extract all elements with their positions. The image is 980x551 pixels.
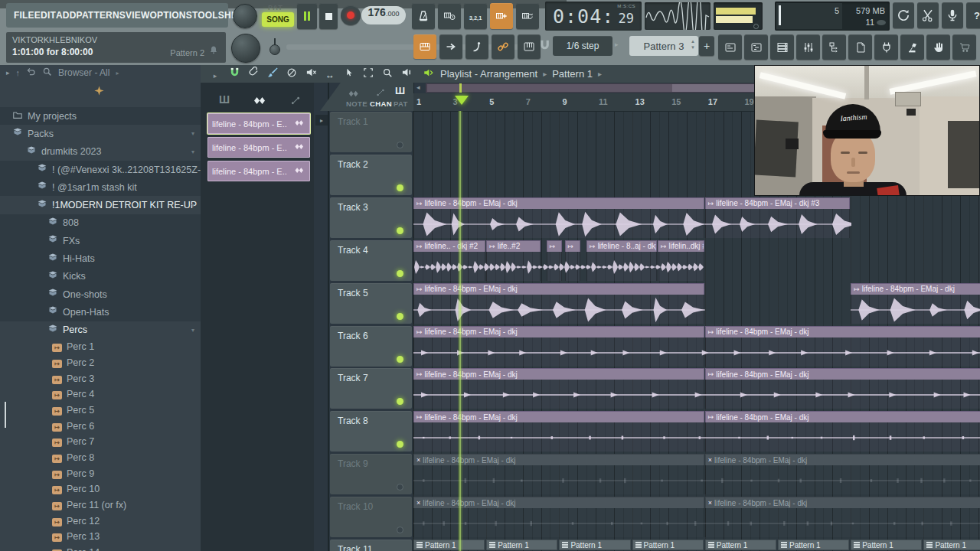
master-pitch-knob[interactable]: [231, 34, 260, 63]
snap-dropdown-arrow[interactable]: ▸: [615, 41, 619, 48]
menu-options[interactable]: OPTIONS: [150, 10, 192, 21]
playlist-speaker-icon[interactable]: [423, 67, 434, 81]
picker-tab-patterns-icon[interactable]: Ш: [219, 93, 230, 106]
loop-record-button[interactable]: [516, 3, 539, 29]
browser-item-perc-14[interactable]: ↦Perc 14: [0, 545, 201, 551]
audio-clip-body[interactable]: [413, 380, 704, 409]
zoom-tool[interactable]: [381, 68, 394, 80]
browser-item-1modern-detroit-kit-re-up[interactable]: !1MODERN DETROIT KIT RE-UP▾: [0, 196, 201, 214]
audio-clip[interactable]: ×lifeline - 84bpm - EMaj - dkj: [705, 454, 980, 465]
track-header[interactable]: Track 10: [330, 497, 412, 537]
browser-item-perc-2[interactable]: ↦Perc 2: [0, 355, 201, 371]
audio-clip[interactable]: ↦lifelin..dkj #2: [658, 240, 704, 252]
audio-clip-body[interactable]: [658, 252, 704, 281]
magnet-tool[interactable]: [227, 68, 241, 80]
track-mute-led[interactable]: [397, 142, 403, 148]
piano-roll-button[interactable]: [744, 34, 768, 60]
audio-clip-body[interactable]: [851, 295, 980, 324]
audio-clip-body[interactable]: [413, 465, 704, 494]
pattern-clip[interactable]: Pattern 1: [705, 540, 776, 550]
browser-item-perc-13[interactable]: ↦Perc 13: [0, 529, 201, 545]
playback-position-slider[interactable]: [270, 38, 280, 55]
paint-tool[interactable]: [266, 68, 279, 80]
expand-arrow-icon[interactable]: ▾: [191, 327, 194, 334]
expand-arrow-icon[interactable]: ▾: [191, 148, 194, 155]
pattern-selector[interactable]: Pattern 3 ▲▼: [629, 36, 698, 56]
pattern-clip[interactable]: Pattern 1: [778, 540, 849, 550]
plugin-button[interactable]: [874, 34, 898, 60]
audio-clip-body[interactable]: [705, 380, 980, 409]
audio-clip-body[interactable]: [413, 295, 704, 324]
browser-star-icon[interactable]: [93, 85, 105, 99]
browser-item-perc-7[interactable]: ↦Perc 7: [0, 434, 201, 450]
browser-item-one-shots[interactable]: One-shots: [0, 285, 201, 303]
main-volume-knob[interactable]: [233, 4, 257, 28]
track-mute-led[interactable]: [397, 441, 403, 448]
menu-file[interactable]: FILE: [14, 10, 34, 21]
browser-item-my-projects[interactable]: My projects: [0, 107, 201, 125]
expand-arrow-icon[interactable]: ▾: [191, 130, 194, 137]
help-button[interactable]: ?: [966, 2, 980, 28]
oscilloscope-panel[interactable]: [645, 2, 710, 30]
audio-clip[interactable]: ↦lifeline - 84bpm - EMaj - dkj: [705, 326, 980, 337]
track-header[interactable]: Track 3: [330, 197, 412, 238]
track-header[interactable]: Track 6: [330, 326, 412, 367]
track-mute-led[interactable]: [397, 356, 403, 363]
time-display-panel[interactable]: 0:04: 29 M:S:CS: [545, 2, 642, 31]
sync-button[interactable]: [893, 2, 914, 28]
audio-clip-body[interactable]: [486, 252, 540, 281]
track-mute-led[interactable]: [397, 484, 403, 491]
track-mute-led[interactable]: [397, 398, 403, 405]
track-mute-led[interactable]: [397, 227, 403, 234]
track-header[interactable]: Track 4: [330, 240, 412, 281]
mixer-button[interactable]: [796, 34, 820, 60]
arrow-button[interactable]: [439, 34, 462, 59]
slide-curve-button[interactable]: [466, 34, 488, 59]
cut-button[interactable]: [917, 2, 939, 28]
browser-scrollbar[interactable]: [5, 402, 6, 428]
tempo-display[interactable]: 176.000: [361, 6, 406, 24]
picker-clip[interactable]: lifeline - 84bpm - E..: [207, 161, 310, 181]
corner-tab-note[interactable]: NOTE: [346, 99, 368, 108]
collapse-tool[interactable]: ▸: [208, 68, 222, 80]
browser-item-packs[interactable]: Packs▾: [0, 125, 201, 142]
track-mute-led[interactable]: [397, 184, 403, 191]
playlist-pattern-crumb[interactable]: Pattern 1: [552, 68, 593, 80]
delete-tool[interactable]: [285, 68, 299, 80]
audio-clip[interactable]: ↦lifeline - 84bpm - EMaj - dkj: [413, 326, 704, 337]
grid-snap-button[interactable]: [413, 34, 436, 59]
browser-item-perc-1[interactable]: ↦Perc 1: [0, 339, 201, 355]
pattern-clip[interactable]: Pattern 1: [923, 540, 980, 550]
plugin-picker-button[interactable]: [848, 34, 872, 60]
pattern-spinner[interactable]: ▲▼: [691, 38, 695, 51]
menu-view[interactable]: VIEW: [126, 10, 149, 21]
picker-clip[interactable]: lifeline - 84bpm - E..: [207, 137, 310, 158]
expand-arrow-icon[interactable]: ▾: [191, 202, 194, 209]
audio-clip[interactable]: ×lifeline - 84bpm - EMaj - dkj: [705, 497, 980, 508]
audio-clip[interactable]: ↦: [547, 240, 562, 252]
audio-clip-body[interactable]: [705, 508, 980, 537]
picker-scroll-arrow[interactable]: ▸: [315, 115, 328, 126]
record-button[interactable]: [341, 5, 361, 25]
audio-clip[interactable]: ↦lifeline - 8..aj - dkj #2: [586, 240, 657, 252]
audio-clip[interactable]: ↦lifeline - 84bpm - EMaj - dkj: [413, 368, 704, 380]
browser-item-perc-8[interactable]: ↦Perc 8: [0, 450, 201, 466]
audio-clip-body[interactable]: [413, 508, 704, 537]
snap-selector[interactable]: 1/6 step: [553, 36, 612, 56]
pattern-clip[interactable]: Pattern 1: [486, 540, 557, 550]
playlist-scroll-left-arrow[interactable]: ◂: [416, 83, 420, 91]
audio-clip[interactable]: ↦lifeline.. - dkj #2: [413, 240, 485, 252]
browser-breadcrumb[interactable]: Browser - All: [58, 67, 109, 78]
playlist-breadcrumb[interactable]: Playlist - Arrangement: [440, 68, 537, 80]
menu-patterns[interactable]: PATTERNS: [77, 10, 126, 21]
browser-item-hi-hats[interactable]: Hi-Hats: [0, 249, 201, 267]
add-pattern-button[interactable]: +: [699, 36, 714, 56]
project-info-button[interactable]: [900, 34, 924, 60]
audio-clip[interactable]: ↦lifeline - 84bpm - EMaj - dkj: [413, 197, 704, 209]
audio-clip[interactable]: ↦lifeline - 84bpm - EMaj - dkj: [413, 411, 704, 422]
browser-item-kicks[interactable]: Kicks: [0, 268, 201, 285]
pattern-clip[interactable]: Pattern 1: [559, 540, 630, 550]
browser-search-icon[interactable]: [42, 66, 52, 80]
picker-tab-audio-icon[interactable]: [253, 95, 268, 109]
browser-collapse-icon[interactable]: ▸: [6, 69, 10, 77]
